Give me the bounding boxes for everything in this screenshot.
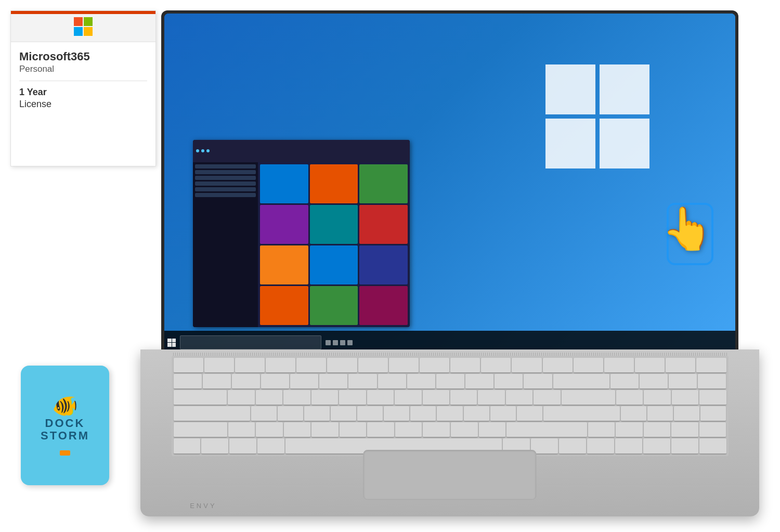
key-0[interactable]	[465, 374, 493, 389]
key-fn[interactable]	[201, 438, 228, 453]
key-alt-l[interactable]	[257, 438, 284, 453]
key-right[interactable]	[615, 438, 642, 453]
key-home[interactable]	[604, 358, 634, 373]
key-end[interactable]	[635, 358, 665, 373]
key-slash[interactable]	[479, 422, 506, 437]
key-enter[interactable]	[543, 406, 620, 421]
key-f2[interactable]	[235, 358, 265, 373]
key-7[interactable]	[378, 374, 406, 389]
key-m[interactable]	[395, 422, 422, 437]
key-f9[interactable]	[450, 358, 480, 373]
key-r[interactable]	[311, 390, 338, 405]
key-c[interactable]	[284, 422, 311, 437]
key-rbracket[interactable]	[534, 390, 560, 405]
key-i[interactable]	[423, 390, 449, 405]
key-np-6[interactable]	[674, 406, 699, 421]
key-np-7[interactable]	[616, 390, 643, 405]
key-d[interactable]	[304, 406, 330, 421]
key-3[interactable]	[261, 374, 289, 389]
key-z[interactable]	[228, 422, 255, 437]
key-j[interactable]	[410, 406, 436, 421]
key-o[interactable]	[450, 390, 477, 405]
key-np-minus[interactable]	[698, 374, 726, 389]
key-s[interactable]	[278, 406, 303, 421]
taskbar-icon-1[interactable]	[326, 340, 331, 345]
key-np-enter[interactable]	[699, 422, 726, 437]
key-np-2[interactable]	[644, 422, 671, 437]
key-f[interactable]	[331, 406, 356, 421]
key-y[interactable]	[367, 390, 394, 405]
key-g[interactable]	[357, 406, 383, 421]
taskbar-icon-2[interactable]	[333, 340, 338, 345]
key-np-3[interactable]	[671, 422, 698, 437]
key-left[interactable]	[559, 438, 586, 453]
key-f8[interactable]	[420, 358, 449, 373]
key-win[interactable]	[229, 438, 256, 453]
key-b[interactable]	[340, 422, 367, 437]
taskbar-icon-4[interactable]	[347, 340, 353, 345]
taskbar-start-button[interactable]	[167, 339, 176, 347]
key-v[interactable]	[311, 422, 339, 437]
key-np-1[interactable]	[616, 422, 643, 437]
key-ctrl-l[interactable]	[174, 438, 201, 453]
key-w[interactable]	[256, 390, 282, 405]
key-8[interactable]	[407, 374, 435, 389]
key-esc[interactable]	[174, 358, 203, 373]
key-f6[interactable]	[358, 358, 388, 373]
key-h[interactable]	[384, 406, 409, 421]
key-f4[interactable]	[296, 358, 326, 373]
key-pgup[interactable]	[666, 358, 695, 373]
key-comma[interactable]	[423, 422, 450, 437]
key-quote[interactable]	[517, 406, 542, 421]
key-a[interactable]	[251, 406, 277, 421]
key-2[interactable]	[232, 374, 260, 389]
key-tilde[interactable]	[174, 374, 202, 389]
key-delete[interactable]	[574, 358, 603, 373]
key-np-plus2[interactable]	[700, 406, 726, 421]
key-f3[interactable]	[266, 358, 295, 373]
taskbar-icon-3[interactable]	[340, 340, 345, 345]
key-rshift[interactable]	[506, 422, 587, 437]
key-9[interactable]	[436, 374, 464, 389]
key-1[interactable]	[203, 374, 231, 389]
key-lshift[interactable]	[174, 422, 227, 437]
key-tab[interactable]	[174, 390, 227, 405]
key-backspace[interactable]	[553, 374, 609, 389]
key-5[interactable]	[319, 374, 347, 389]
key-l[interactable]	[464, 406, 489, 421]
key-capslock[interactable]	[174, 406, 250, 421]
key-np-5[interactable]	[647, 406, 673, 421]
key-f5[interactable]	[327, 358, 357, 373]
key-k[interactable]	[437, 406, 462, 421]
key-f12[interactable]	[543, 358, 573, 373]
key-n[interactable]	[367, 422, 394, 437]
key-np-8[interactable]	[644, 390, 670, 405]
key-x[interactable]	[256, 422, 283, 437]
key-t[interactable]	[339, 390, 366, 405]
key-q[interactable]	[228, 390, 254, 405]
key-np-plus[interactable]	[699, 390, 726, 405]
key-np-dot[interactable]	[671, 438, 698, 453]
key-np-9[interactable]	[672, 390, 698, 405]
taskbar-search-box[interactable]	[180, 335, 321, 350]
key-6[interactable]	[348, 374, 376, 389]
key-np-4[interactable]	[621, 406, 646, 421]
key-np-div[interactable]	[640, 374, 668, 389]
key-np-enter2[interactable]	[699, 438, 726, 453]
key-equals[interactable]	[524, 374, 552, 389]
key-backslash[interactable]	[562, 390, 615, 405]
key-f1[interactable]	[204, 358, 234, 373]
key-f11[interactable]	[512, 358, 541, 373]
key-up[interactable]	[588, 422, 615, 437]
touchpad[interactable]	[363, 450, 536, 500]
key-semicolon[interactable]	[490, 406, 516, 421]
key-f7[interactable]	[389, 358, 419, 373]
key-p[interactable]	[478, 390, 504, 405]
key-np-mul[interactable]	[669, 374, 697, 389]
key-minus[interactable]	[495, 374, 523, 389]
key-e[interactable]	[283, 390, 310, 405]
key-u[interactable]	[395, 390, 421, 405]
key-numlock[interactable]	[610, 374, 639, 389]
key-np-0[interactable]	[643, 438, 670, 453]
key-lbracket[interactable]	[506, 390, 532, 405]
